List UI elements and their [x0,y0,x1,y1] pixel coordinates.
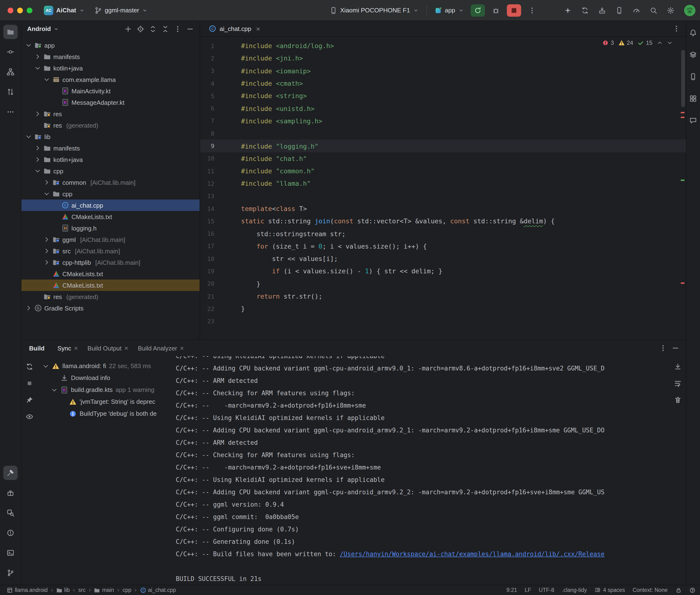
tree-item-cmakelists-txt[interactable]: CMakeLists.txt [22,211,200,222]
sync-project-button[interactable] [578,4,591,17]
passed-count[interactable]: 15 [637,39,652,46]
project-options-button[interactable] [172,23,184,34]
build-options-button[interactable] [657,342,669,354]
code-line-4[interactable]: 4#include <cmath> [200,77,686,90]
tree-item-cmakelists-txt[interactable]: CMakeLists.txt [22,280,200,291]
lock-button[interactable] [675,587,681,593]
tool-window-whats-new[interactable] [3,485,18,500]
tree-item-cpp[interactable]: cpp [22,188,200,200]
soft-wrap-button[interactable] [672,378,683,389]
tool-window-build[interactable] [3,465,18,480]
context-selector[interactable]: Context: None [633,587,668,593]
scroll-to-end-button[interactable] [672,361,683,372]
sync-item-llama-android-fi[interactable]: llama.android: fi22 sec, 583 ms [38,360,171,372]
tree-item-cpp[interactable]: cpp [22,165,200,177]
code-line-17[interactable]: 17 for (size_t i = 0; i < values.size();… [200,240,686,253]
tree-item-ai-chat-cpp[interactable]: Cai_chat.cpp [22,200,200,211]
file-encoding[interactable]: UTF-8 [539,587,554,593]
previous-issue-icon[interactable] [657,40,662,46]
help-button[interactable] [689,587,695,593]
tree-item-app[interactable]: app [22,39,200,51]
breadcrumb-item-cpp[interactable]: cpp [122,587,131,593]
code-line-11[interactable]: 11#include "common.h" [200,165,686,177]
tool-window-resource-manager[interactable] [686,91,700,106]
code-line-8[interactable]: 8 [200,127,686,140]
breadcrumb-item-src[interactable]: src [78,587,86,593]
code-editor[interactable]: 1#include <android/log.h>2#include <jni.… [200,37,686,340]
code-line-16[interactable]: 16 std::ostringstream str; [200,227,686,240]
tool-window-more-tool-windows[interactable] [3,105,18,119]
code-line-5[interactable]: 5#include <string> [200,89,686,102]
breadcrumb-item-lib[interactable]: lib [56,587,70,593]
breadcrumb-item-llama-android[interactable]: llama.android [7,587,48,593]
code-line-22[interactable]: 22} [200,302,686,315]
settings-button[interactable] [664,4,677,17]
stop-button[interactable] [507,4,521,17]
tool-window-commit[interactable] [3,45,18,59]
tool-window-problems[interactable] [3,526,18,540]
close-icon[interactable]: × [74,345,78,351]
tree-item-res[interactable]: res [22,108,200,119]
code-line-7[interactable]: 7#include <sampling.h> [200,115,686,128]
tree-item-kotlin-java[interactable]: kotlin+java [22,62,200,74]
tool-window-pull-requests[interactable] [3,85,18,99]
next-issue-icon[interactable] [667,40,672,46]
code-line-12[interactable]: 12#include "llama.h" [200,177,686,190]
editor-options-button[interactable] [670,23,682,34]
expand-all-button[interactable] [147,23,159,34]
tool-window-gradle[interactable] [686,48,700,62]
debug-button[interactable] [488,4,503,17]
hide-build-button[interactable] [670,342,681,354]
breadcrumb-item-main[interactable]: main [94,587,114,593]
warnings-count[interactable]: 24 [618,39,633,46]
zoom-window-button[interactable] [27,7,32,13]
clear-all-button[interactable] [672,394,683,406]
code-line-9[interactable]: 9#include "logging.h" [200,140,686,152]
select-opened-file-button[interactable] [135,23,146,34]
minimize-window-button[interactable] [17,7,23,13]
build-tab-sync[interactable]: Sync× [53,342,82,354]
avatar[interactable] [684,4,695,16]
tree-item-src[interactable]: src[AiChat.lib.main] [22,245,200,257]
build-tab-build-analyzer[interactable]: Build Analyzer× [134,342,188,354]
code-style[interactable]: .clang-tidy [562,587,587,593]
branch-selector[interactable]: ggml-master [90,4,152,17]
profiler-button[interactable] [629,4,643,17]
errors-count[interactable]: 3 [602,39,614,46]
code-line-6[interactable]: 6#include <unistd.h> [200,102,686,115]
code-line-15[interactable]: 15static std::string join(const std::vec… [200,215,686,227]
tree-item-gradle-scripts[interactable]: GGradle Scripts [22,302,200,314]
tree-item-res[interactable]: res(generated) [22,291,200,302]
tree-item-logging-h[interactable]: Hlogging.h [22,222,200,234]
sdk-manager-button[interactable] [595,4,609,17]
close-tab-icon[interactable]: × [256,25,260,32]
inspections-widget[interactable]: 3 24 15 [602,39,672,46]
close-icon[interactable]: × [124,345,128,351]
log-link[interactable]: /Users/hanyin/Workspace/ai-chat/examples… [340,550,605,558]
search-everywhere-button[interactable] [647,4,660,17]
pin-tab-button[interactable] [24,394,35,406]
stop-sync-button[interactable] [24,378,35,389]
code-line-13[interactable]: 13 [200,190,686,202]
tree-item-common[interactable]: common[AiChat.lib.main] [22,177,200,188]
collapse-all-button[interactable] [160,23,171,34]
code-line-2[interactable]: 2#include <jni.h> [200,52,686,65]
sync-item-jvmtarget-string-is-deprec[interactable]: 'jvmTarget: String' is deprec [38,396,171,407]
tree-item-messageadapter-kt[interactable]: KMessageAdapter.kt [22,97,200,108]
tree-item-lib[interactable]: lib [22,131,200,142]
line-separator[interactable]: LF [525,587,531,593]
code-line-20[interactable]: 20 } [200,277,686,290]
project-view-selector[interactable]: Android [27,25,59,32]
build-tab-build-output[interactable]: Build Output× [83,342,133,354]
indent-config[interactable]: 4 spaces [594,587,625,593]
rerun-sync-button[interactable] [24,361,35,372]
sync-item-build-gradle-kts[interactable]: Kbuild.gradle.ktsapp 1 warning [38,384,171,396]
code-line-10[interactable]: 10#include "chat.h" [200,152,686,165]
code-line-19[interactable]: 19 if (i < values.size() - 1) { str << d… [200,265,686,278]
error-stripe[interactable] [679,37,686,340]
tree-item-cmakelists-txt[interactable]: CMakeLists.txt [22,268,200,280]
code-line-3[interactable]: 3#include <iomanip> [200,64,686,77]
tool-window-app-quality-insights[interactable] [686,113,700,128]
tree-item-manifests[interactable]: manifests [22,51,200,62]
preview-button[interactable] [24,411,35,422]
